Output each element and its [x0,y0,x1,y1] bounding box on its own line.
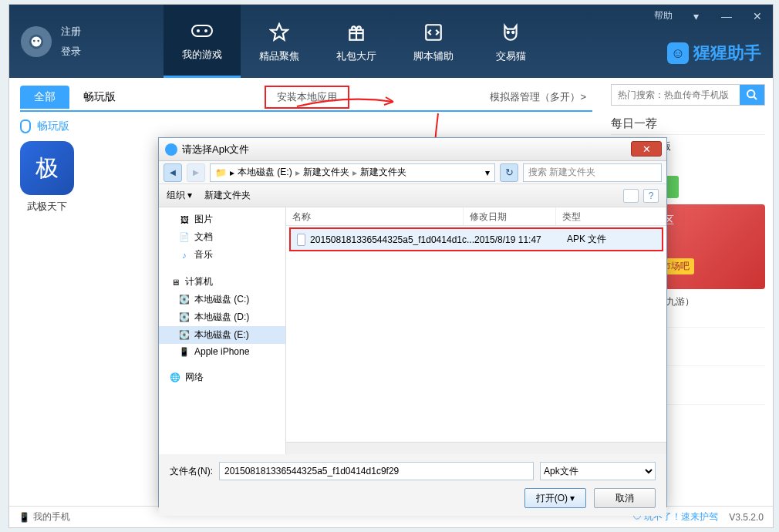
main-nav: 我的游戏 精品聚焦 礼包大厅 脚本辅助 交易猫 [164,5,549,78]
daily-header: 每日一荐 [611,113,765,135]
folder-icon: 📁 [215,167,227,178]
tab-play[interactable]: 畅玩版 [69,86,130,109]
close-button[interactable]: ✕ [742,5,773,28]
emulator-manager-link[interactable]: 模拟器管理（多开）> [484,90,592,104]
organize-menu[interactable]: 组织 ▾ [167,189,192,202]
brand-text: 猩猩助手 [693,42,761,65]
tab-all[interactable]: 全部 [20,86,69,109]
tree-music[interactable]: ♪音乐 [159,246,285,264]
dialog-toolbar: 组织 ▾ 新建文件夹 ? [159,184,666,207]
minimize-button[interactable]: — [711,5,742,28]
breadcrumb[interactable]: 📁 ▸ 本地磁盘 (E:)▸ 新建文件夹▸ 新建文件夹 ▾ [210,163,495,182]
code-icon [421,20,446,45]
svg-line-14 [754,96,757,99]
nav-gifts[interactable]: 礼包大厅 [318,5,395,78]
cancel-button[interactable]: 取消 [594,488,656,508]
annotation-highlight: 201508181336544325a5_f1d0414d1c... 2015/… [289,227,663,251]
login-link[interactable]: 登录 [61,45,81,59]
nav-label: 我的游戏 [182,48,222,62]
dialog-close-button[interactable]: ✕ [631,141,662,157]
search-input[interactable] [612,85,740,105]
folder-tree[interactable]: 🖼图片 📄文档 ♪音乐 🖥计算机 💽本地磁盘 (C:) 💽本地磁盘 (D:) 💽… [159,207,286,454]
svg-point-5 [197,30,199,32]
filter-select[interactable]: Apk文件 [540,462,656,480]
svg-point-6 [205,30,207,32]
file-headers[interactable]: 名称 修改日期 类型 [286,207,666,226]
drive-icon: 💽 [179,330,190,341]
svg-point-1 [32,36,42,46]
breadcrumb-part[interactable]: 新建文件夹 [360,166,406,179]
game-app-icon: 极 [20,141,74,195]
search [611,84,765,106]
tree-drive-c[interactable]: 💽本地磁盘 (C:) [159,291,285,308]
register-link[interactable]: 注册 [61,25,81,39]
dialog-icon [165,143,177,156]
refresh-button[interactable]: ↻ [500,163,518,182]
nav-my-games[interactable]: 我的游戏 [164,5,241,78]
tree-iphone[interactable]: 📱Apple iPhone [159,344,285,359]
tree-drive-d[interactable]: 💽本地磁盘 (D:) [159,308,285,326]
window-controls: ▾ — ✕ [680,5,773,28]
file-row[interactable]: 201508181336544325a5_f1d0414d1c... 2015/… [291,229,662,250]
search-button[interactable] [740,85,764,105]
game-name: 武极天下 [20,200,74,214]
avatar[interactable] [21,26,52,57]
help-icon[interactable]: ? [643,189,659,203]
nav-label: 礼包大厅 [336,49,376,63]
file-name: 201508181336544325a5_f1d0414d1c... [310,234,474,245]
mouse-icon [20,120,31,133]
menu-button[interactable]: ▾ [680,5,711,28]
brand-logo: ☺ 猩猩助手 [667,42,761,65]
nav-label: 交易猫 [496,49,526,63]
music-icon: ♪ [179,250,190,261]
computer-icon: 🖥 [170,277,180,288]
tree-computer[interactable]: 🖥计算机 [159,273,285,291]
forward-button[interactable]: ► [187,163,205,182]
documents-icon: 📄 [179,232,190,243]
breadcrumb-part[interactable]: 本地磁盘 (E:) [238,166,292,179]
horizontal-scrollbar[interactable] [286,442,666,454]
drive-icon: 💽 [179,295,190,305]
svg-point-12 [512,31,514,32]
new-folder-button[interactable]: 新建文件夹 [204,189,251,202]
col-name[interactable]: 名称 [286,207,464,225]
dialog-footer: 文件名(N): Apk文件 打开(O) ▾ 取消 [159,454,666,516]
search-icon [746,89,758,101]
file-type: APK 文件 [567,233,656,246]
game-card[interactable]: 极 武极天下 [20,141,74,214]
pictures-icon: 🖼 [179,214,190,225]
file-search-input[interactable]: 搜索 新建文件夹 [523,163,662,182]
nav-featured[interactable]: 精品聚焦 [241,5,318,78]
star-icon [267,20,292,45]
open-button[interactable]: 打开(O) ▾ [524,488,586,508]
my-phone-button[interactable]: 📱 我的手机 [19,510,70,524]
version-label: V3.5.2.0 [729,512,764,523]
dialog-body: 🖼图片 📄文档 ♪音乐 🖥计算机 💽本地磁盘 (C:) 💽本地磁盘 (D:) 💽… [159,207,666,454]
file-icon [297,234,305,246]
gamepad-icon [190,19,214,43]
help-link[interactable]: 帮助 [654,9,673,22]
tree-pictures[interactable]: 🖼图片 [159,210,285,228]
tree-network[interactable]: 🌐网络 [159,369,285,386]
col-date[interactable]: 修改日期 [464,207,556,225]
back-button[interactable]: ◄ [164,163,182,182]
filename-label: 文件名(N): [170,465,213,478]
dialog-nav: ◄ ► 📁 ▸ 本地磁盘 (E:)▸ 新建文件夹▸ 新建文件夹 ▾ ↻ 搜索 新… [159,161,666,184]
nav-scripts[interactable]: 脚本辅助 [395,5,472,78]
view-mode-button[interactable] [623,189,639,203]
col-type[interactable]: 类型 [556,207,666,225]
install-local-button[interactable]: 安装本地应用 [265,86,349,109]
tabs: 全部 畅玩版 安装本地应用 模拟器管理（多开）> [20,84,592,112]
file-list: 名称 修改日期 类型 201508181336544325a5_f1d0414d… [286,207,666,454]
nav-label: 精品聚焦 [259,49,299,63]
gift-icon [344,20,369,45]
nav-trade[interactable]: 交易猫 [472,5,549,78]
dialog-titlebar[interactable]: 请选择Apk文件 ✕ [159,138,666,161]
cat-icon [498,20,523,45]
filename-input[interactable] [219,462,534,480]
breadcrumb-part[interactable]: 新建文件夹 [303,166,349,179]
tree-documents[interactable]: 📄文档 [159,228,285,246]
tree-drive-e[interactable]: 💽本地磁盘 (E:) [159,326,285,344]
svg-point-13 [747,90,754,97]
user-block: 注册 登录 [9,5,164,78]
